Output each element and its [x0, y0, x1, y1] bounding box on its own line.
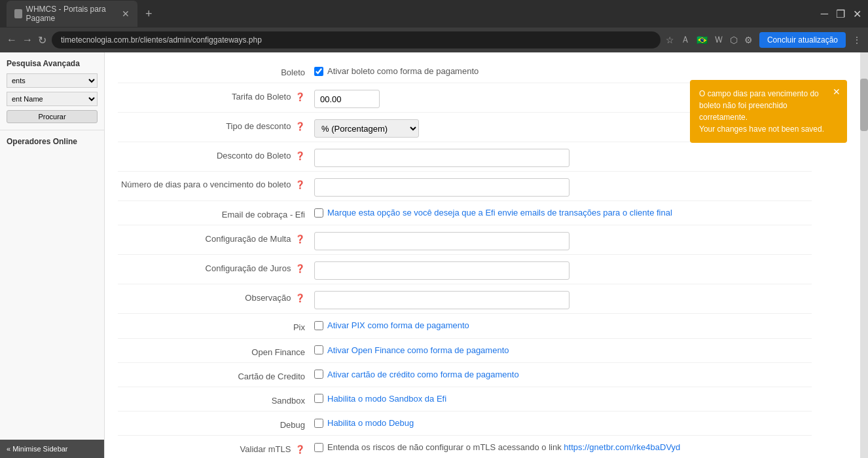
label-boleto: Boleto	[118, 63, 314, 79]
row-cartao-credito: Cartão de Credito Ativar cartão de crédi…	[118, 363, 812, 387]
checkbox-validar-mtls[interactable]	[314, 443, 323, 452]
input-config-juros[interactable]	[314, 261, 570, 280]
warning-box: ✕ O campo dias para vencimento do boleto…	[690, 80, 847, 143]
restore-icon[interactable]: ❐	[836, 8, 845, 20]
reload-button[interactable]: ↻	[38, 34, 46, 47]
profile-icon[interactable]: Ａ	[681, 34, 690, 46]
label-dias-vencimento: Número de dias para o vencimento do bole…	[118, 176, 314, 191]
help-tarifa-icon[interactable]: ❓	[295, 92, 305, 102]
input-tarifa-boleto[interactable]	[314, 90, 380, 108]
checkbox-email-cobraca-text: Marque esta opção se você deseja que a E…	[327, 208, 672, 218]
star-icon[interactable]: ☆	[666, 35, 674, 45]
row-config-multa: Configuração de Multa ❓	[118, 225, 812, 255]
input-config-multa[interactable]	[314, 232, 570, 250]
checkbox-validar-mtls-label[interactable]: Entenda os riscos de não configurar o mT…	[314, 442, 680, 452]
help-config-multa-icon[interactable]: ❓	[295, 235, 305, 244]
row-desconto-boleto: Desconto do Boleto ❓	[118, 142, 812, 172]
label-cartao-credito: Cartão de Credito	[118, 367, 314, 383]
browser-chrome: WHMCS - Portais para Pagame ✕ + ─ ❐ ✕	[0, 0, 868, 28]
row-debug: Debug Habilita o modo Debug	[118, 411, 812, 436]
control-open-finance: Ativar Open Finance como forma de pagame…	[314, 343, 812, 355]
sidebar: Pesquisa Avançada ents ent Name Procurar…	[0, 52, 105, 458]
checkbox-open-finance-text: Ativar Open Finance como forma de pagame…	[327, 345, 509, 355]
form-container: ✕ O campo dias para vencimento do boleto…	[105, 52, 825, 458]
help-validar-mtls-icon[interactable]: ❓	[295, 445, 305, 454]
scrollbar-track[interactable]	[860, 52, 868, 458]
select-tipo-desconto[interactable]: % (Porcentagem)	[314, 119, 419, 138]
control-observacao	[314, 288, 812, 309]
control-validar-mtls: Entenda os riscos de não configurar o mT…	[314, 440, 812, 452]
sidebar-operators-section: Operadores Online	[0, 130, 104, 153]
checkbox-sandbox[interactable]	[314, 394, 323, 403]
forward-button[interactable]: →	[22, 34, 33, 46]
label-sandbox: Sandbox	[118, 391, 314, 407]
checkbox-cartao-credito-label[interactable]: Ativar cartão de crédito como forma de p…	[314, 370, 519, 379]
checkbox-email-cobraca[interactable]	[314, 208, 323, 218]
row-config-juros: Configuração de Juros ❓	[118, 255, 812, 284]
concluir-button[interactable]: Concluir atualização	[759, 32, 846, 48]
sidebar-search-button[interactable]: Procurar	[7, 110, 98, 123]
control-desconto-boleto	[314, 146, 812, 167]
control-debug: Habilita o modo Debug	[314, 415, 812, 428]
control-pix: Ativar PIX como forma de pagamento	[314, 318, 812, 330]
help-config-juros-icon[interactable]: ❓	[295, 264, 305, 273]
input-desconto-boleto[interactable]	[314, 149, 570, 167]
checkbox-boleto[interactable]	[314, 67, 323, 76]
label-open-finance: Open Finance	[118, 343, 314, 358]
mtls-link[interactable]: https://gnetbr.com/rke4baDVyd	[564, 442, 680, 452]
help-desconto-boleto-icon[interactable]: ❓	[295, 151, 305, 161]
sidebar-select-1[interactable]: ents	[7, 73, 98, 88]
sidebar-select-2[interactable]: ent Name	[7, 92, 98, 106]
help-tipo-desconto-icon[interactable]: ❓	[295, 122, 305, 131]
help-observacao-icon[interactable]: ❓	[295, 294, 305, 303]
row-sandbox: Sandbox Habilita o modo Sandbox da Efi	[118, 387, 812, 411]
label-validar-mtls: Validar mTLS ❓	[118, 440, 314, 455]
label-tipo-desconto: Tipo de desconto ❓	[118, 117, 314, 132]
settings-icon[interactable]: ⚙	[744, 35, 753, 45]
row-observacao: Observação ❓	[118, 284, 812, 314]
address-input[interactable]	[52, 31, 660, 48]
checkbox-validar-mtls-text: Entenda os riscos de não configurar o mT…	[327, 442, 680, 452]
checkbox-boleto-label[interactable]: Ativar boleto como forma de pagamento	[314, 66, 479, 76]
label-observacao: Observação ❓	[118, 288, 314, 304]
checkbox-email-cobraca-label[interactable]: Marque esta opção se você deseja que a E…	[314, 208, 672, 218]
menu-icon[interactable]: ⋮	[852, 35, 861, 45]
new-tab-button[interactable]: +	[143, 7, 155, 21]
control-sandbox: Habilita o modo Sandbox da Efi	[314, 391, 812, 404]
extensions-icon[interactable]: ⬡	[730, 35, 738, 45]
checkbox-open-finance-label[interactable]: Ativar Open Finance como forma de pagame…	[314, 345, 509, 355]
checkbox-pix[interactable]	[314, 321, 323, 330]
sidebar-operators-label: Operadores Online	[7, 137, 98, 146]
input-observacao[interactable]	[314, 291, 570, 309]
checkbox-debug-label[interactable]: Habilita o modo Debug	[314, 418, 414, 428]
checkbox-open-finance[interactable]	[314, 345, 323, 354]
scrollbar-thumb[interactable]	[860, 79, 868, 131]
checkbox-pix-label[interactable]: Ativar PIX como forma de pagamento	[314, 320, 469, 330]
warning-message: O campo dias para vencimento do boleto n…	[699, 89, 824, 134]
minimize-icon[interactable]: ─	[821, 8, 828, 20]
help-dias-vencimento-icon[interactable]: ❓	[295, 180, 305, 189]
checkbox-debug[interactable]	[314, 419, 323, 428]
address-bar: ← → ↻ ☆ Ａ 🇧🇷 Ｗ ⬡ ⚙ Concluir atualização …	[0, 28, 868, 52]
row-validar-mtls: Validar mTLS ❓ Entenda os riscos de não …	[118, 436, 812, 458]
row-open-finance: Open Finance Ativar Open Finance como fo…	[118, 339, 812, 363]
label-pix: Pix	[118, 318, 314, 334]
tab-close-icon[interactable]: ✕	[122, 9, 130, 19]
sidebar-search-section: Pesquisa Avançada ents ent Name Procurar	[0, 52, 104, 130]
close-window-icon[interactable]: ✕	[853, 8, 861, 20]
row-email-cobraca: Email de cobraça - Efi Marque esta opção…	[118, 201, 812, 225]
checkbox-pix-text: Ativar PIX como forma de pagamento	[327, 320, 469, 330]
checkbox-boleto-text: Ativar boleto como forma de pagamento	[327, 66, 479, 76]
browser-toolbar: ☆ Ａ 🇧🇷 Ｗ ⬡ ⚙ Concluir atualização ⋮	[666, 32, 861, 48]
translate-icon[interactable]: 🇧🇷	[696, 35, 708, 45]
input-dias-vencimento[interactable]	[314, 178, 570, 197]
browser-tab[interactable]: WHMCS - Portais para Pagame ✕	[7, 1, 137, 27]
sidebar-minimise-button[interactable]: « Minimise Sidebar	[0, 440, 104, 458]
word-icon[interactable]: Ｗ	[714, 34, 723, 46]
checkbox-cartao-credito-text: Ativar cartão de crédito como forma de p…	[327, 370, 519, 379]
control-boleto: Ativar boleto como forma de pagamento	[314, 63, 812, 76]
checkbox-sandbox-label[interactable]: Habilita o modo Sandbox da Efi	[314, 394, 446, 404]
warning-close-icon[interactable]: ✕	[833, 85, 841, 99]
back-button[interactable]: ←	[7, 34, 17, 46]
checkbox-cartao-credito[interactable]	[314, 370, 323, 379]
